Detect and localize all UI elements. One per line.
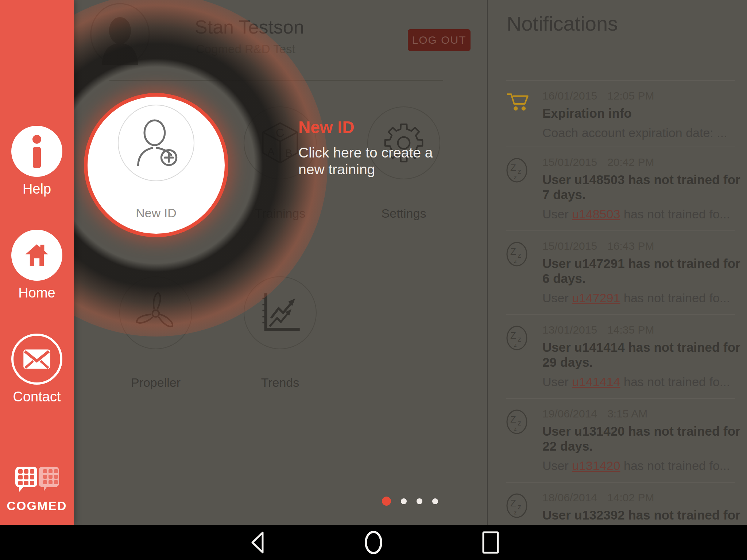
recents-square-icon [481, 530, 500, 555]
app-screen: Stan Testson Cogmed R&D Test LOG OUT C A… [0, 0, 747, 560]
notification-item[interactable]: Z z z 13/01/201514:35 PM User u141414 ha… [506, 315, 735, 399]
add-user-icon [129, 118, 183, 167]
svg-text:z: z [514, 258, 517, 264]
svg-text:z: z [518, 419, 521, 427]
svg-text:z: z [518, 167, 521, 175]
back-icon [249, 530, 265, 555]
home-nav-button[interactable] [352, 525, 395, 560]
svg-text:z: z [514, 174, 517, 180]
notification-date: 19/06/20143:15 AM [542, 408, 732, 420]
notification-title: User u141414 has not trained for 29 days… [542, 340, 741, 370]
svg-text:Z: Z [510, 498, 516, 509]
pager-dot-3[interactable] [417, 498, 422, 504]
sidebar-label-help: Help [0, 181, 74, 197]
home-circle-icon [363, 530, 384, 555]
svg-text:Z: Z [510, 246, 516, 257]
logout-button[interactable]: LOG OUT [408, 29, 471, 51]
home-icon [24, 242, 50, 268]
tooltip-title: New ID [298, 117, 354, 137]
sidebar-item-help[interactable]: Help [0, 126, 74, 197]
info-icon [31, 135, 42, 168]
mail-icon [23, 349, 51, 369]
notification-item[interactable]: Z z z 15/01/201516:43 PM User u147291 ha… [506, 231, 735, 315]
notification-item[interactable]: Z z z 18/06/201414:02 PM User u132392 ha… [506, 483, 735, 525]
notification-date: 13/01/201514:35 PM [542, 324, 732, 336]
android-nav-bar [0, 525, 747, 560]
notifications-panel: Notifications 16/01/201512:05 PM Expirat… [488, 0, 747, 525]
notification-date: 18/06/201414:02 PM [542, 491, 732, 504]
cart-icon [506, 91, 530, 114]
notification-date: 15/01/201516:43 PM [542, 240, 732, 252]
notification-body: User u148503 has not trained fo... [542, 207, 732, 221]
notification-body: User u147291 has not trained fo... [542, 291, 732, 305]
new-id-circle [118, 105, 194, 181]
pager-dot-4[interactable] [432, 498, 438, 504]
svg-text:z: z [518, 251, 521, 259]
sleep-icon: Z z z [506, 493, 528, 518]
sleep-icon: Z z z [506, 158, 528, 183]
notification-date: 16/01/201512:05 PM [542, 90, 732, 102]
tooltip-text: Click here to create a new training [298, 144, 433, 178]
cogmed-logo: COGMED [0, 466, 74, 513]
pager-dot-1-active[interactable] [382, 497, 391, 506]
notification-title: User u132392 has not trained for 7 days. [542, 508, 741, 525]
notification-body: Coach account expiration date: ... [542, 126, 732, 140]
notification-body: User u131420 has not trained fo... [542, 459, 732, 473]
svg-text:z: z [514, 425, 517, 432]
page-indicator [382, 497, 438, 506]
sidebar-label-home: Home [0, 285, 74, 301]
notification-item[interactable]: Z z z 15/01/201520:42 PM User u148503 ha… [506, 147, 735, 231]
svg-text:z: z [518, 335, 521, 343]
notification-date: 15/01/201520:42 PM [542, 156, 732, 168]
notification-body: User u141414 has not trained fo... [542, 375, 732, 389]
cogmed-logo-icon [14, 466, 60, 496]
svg-text:z: z [514, 342, 517, 348]
back-button[interactable] [235, 525, 279, 560]
notification-title: User u148503 has not trained for 7 days. [542, 172, 741, 202]
sleep-icon: Z z z [506, 325, 528, 351]
notification-item[interactable]: 16/01/201512:05 PM Expiration info Coach… [506, 81, 735, 147]
notifications-title: Notifications [507, 12, 618, 35]
notification-item[interactable]: Z z z 19/06/20143:15 AM User u131420 has… [506, 399, 735, 483]
svg-text:z: z [518, 503, 521, 511]
svg-text:Z: Z [510, 162, 516, 173]
menu-label-new-id: New ID [88, 206, 225, 220]
svg-text:z: z [514, 509, 517, 516]
user-link[interactable]: u131420 [572, 459, 620, 472]
notification-title: User u147291 has not trained for 6 days. [542, 256, 741, 286]
sidebar-item-contact[interactable]: Contact [0, 334, 74, 405]
sleep-icon: Z z z [506, 241, 528, 267]
menu-item-new-id[interactable]: New ID [84, 93, 228, 237]
menu-label-settings: Settings [356, 206, 451, 221]
menu-label-propeller: Propeller [108, 376, 203, 390]
sleep-icon: Z z z [506, 409, 528, 435]
recents-button[interactable] [469, 525, 512, 560]
notifications-list: 16/01/201512:05 PM Expiration info Coach… [506, 80, 735, 525]
svg-text:Z: Z [510, 330, 516, 341]
menu-label-trends: Trends [233, 376, 328, 390]
user-link[interactable]: u148503 [572, 207, 620, 221]
svg-text:Z: Z [510, 414, 516, 425]
sidebar: Help Home Contact [0, 0, 74, 525]
notification-title: User u131420 has not trained for 22 days… [542, 424, 741, 454]
pager-dot-2[interactable] [401, 498, 407, 504]
sidebar-label-contact: Contact [0, 389, 74, 405]
user-link[interactable]: u147291 [572, 291, 620, 305]
notification-title: Expiration info [542, 106, 741, 121]
cogmed-logo-text: COGMED [0, 499, 74, 513]
sidebar-item-home[interactable]: Home [0, 230, 74, 301]
user-link[interactable]: u141414 [572, 375, 620, 389]
